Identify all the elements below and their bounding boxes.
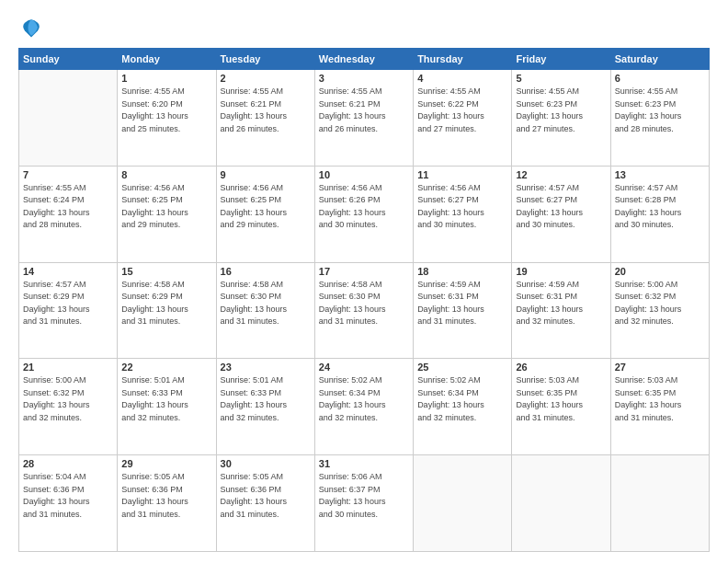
calendar-cell: 7Sunrise: 4:55 AMSunset: 6:24 PMDaylight… <box>19 166 118 262</box>
calendar-cell: 11Sunrise: 4:56 AMSunset: 6:27 PMDayligh… <box>414 166 512 262</box>
day-header-sunday: Sunday <box>19 49 118 70</box>
logo <box>18 15 48 40</box>
calendar-cell <box>414 455 512 552</box>
day-header-thursday: Thursday <box>414 49 512 70</box>
calendar-cell: 20Sunrise: 5:00 AMSunset: 6:32 PMDayligh… <box>610 262 709 359</box>
day-info: Sunrise: 4:58 AMSunset: 6:29 PMDaylight:… <box>121 279 211 328</box>
calendar-week-4: 21Sunrise: 5:00 AMSunset: 6:32 PMDayligh… <box>19 359 710 455</box>
day-info: Sunrise: 5:03 AMSunset: 6:35 PMDaylight:… <box>516 374 606 424</box>
day-number: 24 <box>319 362 409 373</box>
day-number: 11 <box>417 169 507 180</box>
calendar-cell: 3Sunrise: 4:55 AMSunset: 6:21 PMDaylight… <box>314 70 413 167</box>
day-info: Sunrise: 4:58 AMSunset: 6:30 PMDaylight:… <box>221 279 311 328</box>
day-info: Sunrise: 5:02 AMSunset: 6:34 PMDaylight:… <box>319 374 409 424</box>
day-info: Sunrise: 4:55 AMSunset: 6:20 PMDaylight:… <box>121 86 211 135</box>
calendar-cell: 5Sunrise: 4:55 AMSunset: 6:23 PMDaylight… <box>512 70 610 167</box>
calendar-cell: 18Sunrise: 4:59 AMSunset: 6:31 PMDayligh… <box>414 262 512 359</box>
calendar-cell: 25Sunrise: 5:02 AMSunset: 6:34 PMDayligh… <box>414 359 512 455</box>
calendar-cell: 24Sunrise: 5:02 AMSunset: 6:34 PMDayligh… <box>314 359 413 455</box>
day-number: 27 <box>615 362 705 373</box>
calendar-cell: 2Sunrise: 4:55 AMSunset: 6:21 PMDaylight… <box>216 70 314 167</box>
day-number: 17 <box>319 266 409 277</box>
day-number: 12 <box>516 169 606 180</box>
day-info: Sunrise: 5:00 AMSunset: 6:32 PMDaylight:… <box>23 374 113 424</box>
day-info: Sunrise: 5:05 AMSunset: 6:36 PMDaylight:… <box>121 471 211 521</box>
day-number: 6 <box>615 73 705 84</box>
calendar-cell: 9Sunrise: 4:56 AMSunset: 6:25 PMDaylight… <box>216 166 314 262</box>
day-info: Sunrise: 4:56 AMSunset: 6:26 PMDaylight:… <box>319 182 409 232</box>
day-number: 16 <box>221 266 311 277</box>
calendar-cell: 12Sunrise: 4:57 AMSunset: 6:27 PMDayligh… <box>512 166 610 262</box>
day-info: Sunrise: 4:57 AMSunset: 6:27 PMDaylight:… <box>516 182 606 232</box>
day-info: Sunrise: 4:55 AMSunset: 6:21 PMDaylight:… <box>221 86 311 135</box>
day-info: Sunrise: 4:55 AMSunset: 6:23 PMDaylight:… <box>615 86 705 135</box>
calendar-cell: 28Sunrise: 5:04 AMSunset: 6:36 PMDayligh… <box>19 455 118 552</box>
day-number: 3 <box>319 73 409 84</box>
calendar-cell: 10Sunrise: 4:56 AMSunset: 6:26 PMDayligh… <box>314 166 413 262</box>
calendar-cell <box>512 455 610 552</box>
day-info: Sunrise: 5:06 AMSunset: 6:37 PMDaylight:… <box>319 471 409 521</box>
calendar-cell: 19Sunrise: 4:59 AMSunset: 6:31 PMDayligh… <box>512 262 610 359</box>
calendar-cell: 6Sunrise: 4:55 AMSunset: 6:23 PMDaylight… <box>610 70 709 167</box>
calendar-week-5: 28Sunrise: 5:04 AMSunset: 6:36 PMDayligh… <box>19 455 710 552</box>
day-info: Sunrise: 4:57 AMSunset: 6:28 PMDaylight:… <box>615 182 705 232</box>
day-info: Sunrise: 4:59 AMSunset: 6:31 PMDaylight:… <box>417 279 507 328</box>
calendar-cell: 13Sunrise: 4:57 AMSunset: 6:28 PMDayligh… <box>610 166 709 262</box>
day-header-tuesday: Tuesday <box>216 49 314 70</box>
calendar-cell: 23Sunrise: 5:01 AMSunset: 6:33 PMDayligh… <box>216 359 314 455</box>
calendar-cell: 16Sunrise: 4:58 AMSunset: 6:30 PMDayligh… <box>216 262 314 359</box>
day-number: 28 <box>23 458 113 469</box>
calendar-cell <box>610 455 709 552</box>
day-number: 18 <box>417 266 507 277</box>
day-info: Sunrise: 4:55 AMSunset: 6:21 PMDaylight:… <box>319 86 409 135</box>
day-header-monday: Monday <box>118 49 216 70</box>
day-info: Sunrise: 4:59 AMSunset: 6:31 PMDaylight:… <box>516 279 606 328</box>
calendar-cell: 21Sunrise: 5:00 AMSunset: 6:32 PMDayligh… <box>19 359 118 455</box>
calendar-table: SundayMondayTuesdayWednesdayThursdayFrid… <box>18 48 710 552</box>
calendar-cell: 15Sunrise: 4:58 AMSunset: 6:29 PMDayligh… <box>118 262 216 359</box>
day-info: Sunrise: 4:56 AMSunset: 6:25 PMDaylight:… <box>221 182 311 232</box>
day-info: Sunrise: 4:55 AMSunset: 6:23 PMDaylight:… <box>516 86 606 135</box>
calendar-header-row: SundayMondayTuesdayWednesdayThursdayFrid… <box>19 49 710 70</box>
day-number: 14 <box>23 266 113 277</box>
calendar-cell: 27Sunrise: 5:03 AMSunset: 6:35 PMDayligh… <box>610 359 709 455</box>
calendar-cell: 17Sunrise: 4:58 AMSunset: 6:30 PMDayligh… <box>314 262 413 359</box>
calendar-cell: 1Sunrise: 4:55 AMSunset: 6:20 PMDaylight… <box>118 70 216 167</box>
day-number: 29 <box>121 458 211 469</box>
calendar-cell: 22Sunrise: 5:01 AMSunset: 6:33 PMDayligh… <box>118 359 216 455</box>
day-info: Sunrise: 4:56 AMSunset: 6:27 PMDaylight:… <box>417 182 507 232</box>
day-number: 13 <box>615 169 705 180</box>
day-number: 4 <box>417 73 507 84</box>
calendar-cell: 30Sunrise: 5:05 AMSunset: 6:36 PMDayligh… <box>216 455 314 552</box>
day-info: Sunrise: 4:57 AMSunset: 6:29 PMDaylight:… <box>23 279 113 328</box>
day-number: 22 <box>121 362 211 373</box>
calendar-cell <box>19 70 118 167</box>
day-number: 7 <box>23 169 113 180</box>
day-header-saturday: Saturday <box>610 49 709 70</box>
day-info: Sunrise: 5:02 AMSunset: 6:34 PMDaylight:… <box>417 374 507 424</box>
day-number: 10 <box>319 169 409 180</box>
day-number: 9 <box>221 169 311 180</box>
day-info: Sunrise: 4:55 AMSunset: 6:22 PMDaylight:… <box>417 86 507 135</box>
day-info: Sunrise: 4:58 AMSunset: 6:30 PMDaylight:… <box>319 279 409 328</box>
calendar-cell: 14Sunrise: 4:57 AMSunset: 6:29 PMDayligh… <box>19 262 118 359</box>
page: SundayMondayTuesdayWednesdayThursdayFrid… <box>0 0 728 563</box>
day-header-wednesday: Wednesday <box>314 49 413 70</box>
day-number: 2 <box>221 73 311 84</box>
day-number: 19 <box>516 266 606 277</box>
calendar-week-1: 1Sunrise: 4:55 AMSunset: 6:20 PMDaylight… <box>19 70 710 167</box>
day-number: 1 <box>121 73 211 84</box>
day-info: Sunrise: 5:00 AMSunset: 6:32 PMDaylight:… <box>615 279 705 328</box>
day-number: 5 <box>516 73 606 84</box>
day-number: 31 <box>319 458 409 469</box>
calendar-cell: 8Sunrise: 4:56 AMSunset: 6:25 PMDaylight… <box>118 166 216 262</box>
day-number: 23 <box>221 362 311 373</box>
day-number: 25 <box>417 362 507 373</box>
day-info: Sunrise: 4:55 AMSunset: 6:24 PMDaylight:… <box>23 182 113 232</box>
day-number: 26 <box>516 362 606 373</box>
day-header-friday: Friday <box>512 49 610 70</box>
day-info: Sunrise: 5:03 AMSunset: 6:35 PMDaylight:… <box>615 374 705 424</box>
calendar-week-3: 14Sunrise: 4:57 AMSunset: 6:29 PMDayligh… <box>19 262 710 359</box>
calendar-cell: 4Sunrise: 4:55 AMSunset: 6:22 PMDaylight… <box>414 70 512 167</box>
day-info: Sunrise: 5:01 AMSunset: 6:33 PMDaylight:… <box>121 374 211 424</box>
